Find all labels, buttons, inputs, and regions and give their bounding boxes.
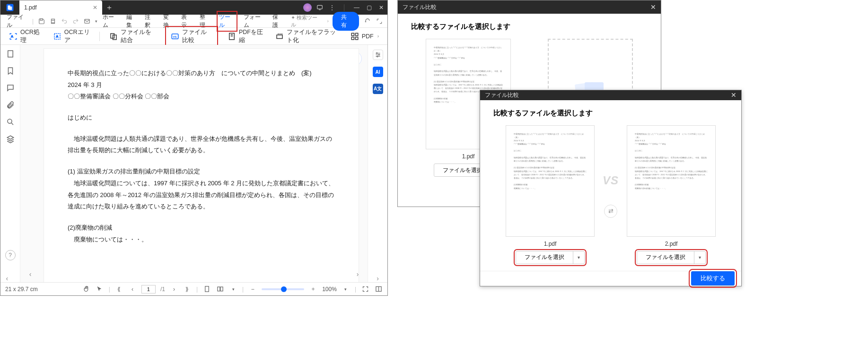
svg-rect-26 xyxy=(217,287,219,291)
toolbar: A OCR処理 A OCRエリア ファイルを結合 VS ファイル比較 PDFを圧… xyxy=(0,28,387,45)
chevron-left-icon[interactable]: ‹ xyxy=(6,275,15,282)
ocr-button[interactable]: A OCR処理 xyxy=(6,26,44,46)
dropdown-icon[interactable]: ▾ xyxy=(95,19,97,24)
view-dropdown-icon[interactable]: ▾ xyxy=(229,285,237,293)
expand-icon[interactable] xyxy=(376,18,383,25)
svg-rect-27 xyxy=(220,287,223,291)
attachment-icon[interactable] xyxy=(6,101,15,109)
page-1: 中長期的視点に立った〇〇における〇〇対策のあり方 についての中間とりまとめ (案… xyxy=(44,49,359,282)
translate-badge-icon[interactable]: A文 xyxy=(373,84,383,94)
page-total: /1 xyxy=(160,286,165,293)
reading-mode-icon[interactable] xyxy=(374,285,383,293)
doc-line: 地球温暖化問題は人類共通の課題であり、世界全体が危機感を共有し、今後、温室効果ガ… xyxy=(68,133,335,156)
svg-rect-19 xyxy=(355,37,358,39)
grid-icon xyxy=(351,32,359,41)
prev-page-icon[interactable]: ‹ xyxy=(25,269,35,279)
pdf-app-window: 1.pdf ✕ ＋ ⋮ │ — ▢ ✕ ファイル | ▾ ホーム 編集 注釈 変… xyxy=(0,0,388,296)
doc-line: 廃棄物については・・・。 xyxy=(68,234,335,246)
flatten-icon xyxy=(275,32,284,41)
undo-icon[interactable] xyxy=(61,18,68,25)
ocr-area-button[interactable]: A OCRエリア xyxy=(50,26,93,46)
compare-icon: VS xyxy=(171,32,179,41)
doc-line: 〇〇整備審議会 〇〇分科会 〇〇部会 xyxy=(68,91,335,103)
fit-spread-icon[interactable] xyxy=(216,285,224,293)
save-icon[interactable] xyxy=(38,18,45,25)
hand-tool-icon[interactable] xyxy=(82,285,91,293)
file-name-label: 1.pdf xyxy=(462,153,475,160)
svg-point-22 xyxy=(376,52,377,53)
doc-line: 中長期的視点に立った〇〇における〇〇対策のあり方 についての中間とりまとめ (案… xyxy=(68,68,335,79)
dialog-header: ファイル比較 ✕ xyxy=(480,90,741,100)
zoom-out-icon[interactable]: − xyxy=(248,285,257,293)
pdf-more-button[interactable]: PDF› xyxy=(348,30,382,43)
mail-icon[interactable] xyxy=(84,18,90,25)
ocr-icon: A xyxy=(9,32,18,41)
compress-button[interactable]: PDFを圧縮 xyxy=(225,26,266,46)
svg-text:A: A xyxy=(11,35,13,38)
ai-badge-icon[interactable]: AI xyxy=(373,67,383,77)
doc-line: はじめに xyxy=(68,112,335,124)
dialog-heading: 比較するファイルを選択します xyxy=(493,109,728,118)
choose-file-2-button[interactable]: ファイルを選択 ▾ xyxy=(637,251,706,264)
select-tool-icon[interactable] xyxy=(96,285,104,293)
svg-rect-3 xyxy=(317,5,323,9)
zoom-value: 100% xyxy=(322,286,337,293)
next-page-icon[interactable]: › xyxy=(352,269,363,279)
left-rail: ? ‹ xyxy=(0,45,20,282)
dialog-title: ファイル比較 xyxy=(485,91,519,99)
merge-files-button[interactable]: ファイルを結合 xyxy=(106,26,159,46)
chevron-right-icon[interactable]: › xyxy=(327,18,329,24)
bookmark-icon[interactable] xyxy=(6,67,15,75)
fullscreen-icon[interactable] xyxy=(361,285,369,293)
file-name-label: 2.pdf xyxy=(665,241,678,247)
dialog-header: ファイル比較 ✕ xyxy=(398,0,661,14)
compress-icon xyxy=(228,32,236,41)
choose-file-1-button[interactable]: ファイルを選択 ▾ xyxy=(516,251,585,264)
merge-icon xyxy=(109,32,118,41)
comment-icon[interactable] xyxy=(6,84,15,92)
file-thumbnail[interactable]: 中長期的視点に立った〇〇における〇〇対策のあり方 についての中間とりまとめ（案）… xyxy=(506,125,595,237)
svg-rect-15 xyxy=(277,35,282,39)
svg-point-21 xyxy=(8,119,12,123)
page-number-input[interactable] xyxy=(141,285,156,293)
file-slot-1: 中長期的視点に立った〇〇における〇〇対策のあり方 についての中間とりまとめ（案）… xyxy=(493,125,607,264)
next-page-status-icon[interactable]: › xyxy=(170,285,178,293)
chevron-right-rail-icon[interactable]: › xyxy=(377,275,379,282)
doc-line: 地球温暖化問題については、1997 年に採択され 2005 年 2 月に発効した… xyxy=(68,178,335,213)
svg-rect-18 xyxy=(351,37,354,39)
swap-files-icon[interactable]: ⇄ xyxy=(604,205,617,218)
print-icon[interactable] xyxy=(50,18,56,25)
cloud-sync-icon[interactable] xyxy=(364,17,371,25)
zoom-slider[interactable] xyxy=(262,288,304,290)
zoom-in-icon[interactable]: ＋ xyxy=(309,285,317,293)
fit-page-icon[interactable] xyxy=(202,285,211,293)
first-page-icon[interactable]: ⟪ xyxy=(115,285,123,293)
help-icon[interactable]: ? xyxy=(5,250,16,260)
svg-rect-4 xyxy=(40,18,43,20)
redo-icon[interactable] xyxy=(72,18,79,25)
tab-close-icon[interactable]: ✕ xyxy=(93,4,97,11)
file-thumbnail[interactable]: 中長期的視点に立った〇〇における〇〇対策のあり方 についての中間とりまとめ（案）… xyxy=(627,125,716,237)
page-dimensions: 21 x 29.7 cm xyxy=(5,286,38,293)
flatten-button[interactable]: ファイルをフラット化 xyxy=(272,26,341,46)
ocr-area-icon: A xyxy=(53,32,61,41)
compare-files-button[interactable]: VS ファイル比較 xyxy=(165,26,218,47)
svg-text:VS: VS xyxy=(173,35,177,38)
layers-icon[interactable] xyxy=(6,135,15,143)
last-page-icon[interactable]: ⟫ xyxy=(183,285,192,293)
dialog-close-icon[interactable]: ✕ xyxy=(731,91,736,99)
doc-line: 2024 年 3 月 xyxy=(68,79,335,91)
dialog-close-icon[interactable]: ✕ xyxy=(650,3,656,11)
run-compare-button[interactable]: 比較する xyxy=(691,271,735,285)
svg-rect-20 xyxy=(8,51,13,57)
page-viewport[interactable]: W 中長期的視点に立った〇〇における〇〇対策のあり方 についての中間とりまとめ … xyxy=(20,45,368,282)
zoom-dropdown-icon[interactable]: ▾ xyxy=(342,285,350,293)
chevron-down-icon[interactable]: ▾ xyxy=(694,251,705,264)
doc-line: (1) 温室効果ガスの排出量削減の中期目標の設定 xyxy=(68,166,335,178)
svg-rect-5 xyxy=(52,20,55,23)
prev-page-status-icon[interactable]: ‹ xyxy=(128,285,137,293)
properties-icon[interactable] xyxy=(373,50,383,60)
search-icon[interactable] xyxy=(6,118,15,126)
chevron-down-icon[interactable]: ▾ xyxy=(573,251,584,264)
thumbnails-icon[interactable] xyxy=(6,50,15,58)
